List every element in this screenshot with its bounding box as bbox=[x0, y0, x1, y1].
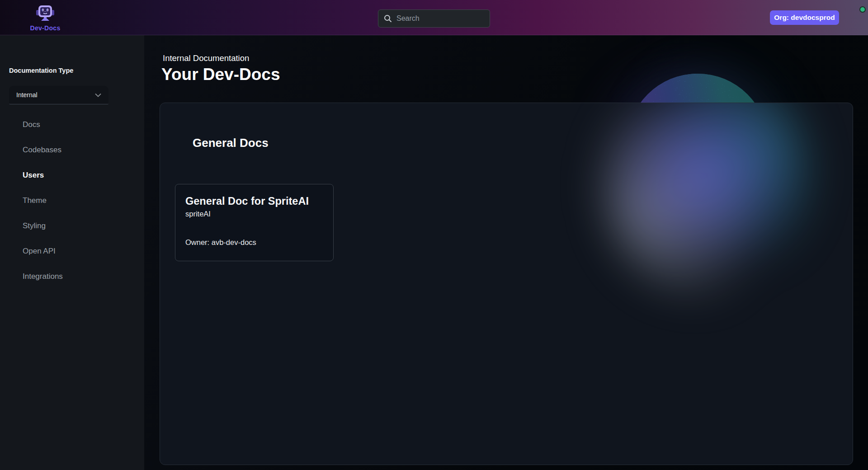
section-title: General Docs bbox=[193, 136, 269, 150]
doc-card-owner: Owner: avb-dev-docs bbox=[185, 238, 323, 247]
search-icon bbox=[384, 14, 392, 23]
logo-wordmark: Dev-Docs bbox=[30, 24, 61, 32]
docs-panel: General Docs General Doc for SpriteAI sp… bbox=[160, 103, 853, 465]
doc-card-subtitle: spriteAI bbox=[185, 210, 323, 218]
doc-type-label: Documentation Type bbox=[9, 67, 73, 74]
doc-type-selected-value: Internal bbox=[16, 91, 38, 99]
sidebar-item-theme[interactable]: Theme bbox=[0, 188, 144, 213]
sidebar: Documentation Type Internal Docs Codebas… bbox=[0, 35, 144, 470]
robot-face: 0_0 bbox=[42, 8, 48, 13]
panel-glow-decoration bbox=[603, 103, 811, 297]
org-button[interactable]: Org: devdocsprod bbox=[770, 10, 839, 25]
sidebar-item-open-api[interactable]: Open API bbox=[0, 239, 144, 264]
org-button-label: Org: devdocsprod bbox=[774, 14, 835, 22]
sidebar-item-codebases[interactable]: Codebases bbox=[0, 137, 144, 163]
search-bar[interactable] bbox=[378, 9, 490, 28]
search-input[interactable] bbox=[396, 14, 490, 23]
topbar: 0_0 Dev-Docs Org: devdocsprod bbox=[0, 0, 868, 35]
page-title: Your Dev-Docs bbox=[161, 65, 280, 84]
sidebar-item-integrations[interactable]: Integrations bbox=[0, 264, 144, 289]
online-status-dot bbox=[859, 6, 866, 13]
sidebar-item-users[interactable]: Users bbox=[0, 163, 144, 188]
sidebar-item-docs[interactable]: Docs bbox=[0, 112, 144, 137]
page-eyebrow: Internal Documentation bbox=[163, 53, 249, 63]
app-logo[interactable]: 0_0 Dev-Docs bbox=[18, 4, 72, 32]
doc-card[interactable]: General Doc for SpriteAI spriteAI Owner:… bbox=[175, 184, 334, 261]
doc-card-title: General Doc for SpriteAI bbox=[185, 195, 323, 207]
chevron-down-icon bbox=[95, 93, 101, 97]
sidebar-nav: Docs Codebases Users Theme Styling Open … bbox=[0, 112, 144, 289]
sidebar-item-styling[interactable]: Styling bbox=[0, 213, 144, 239]
robot-icon: 0_0 bbox=[35, 4, 55, 24]
doc-type-select[interactable]: Internal bbox=[9, 86, 108, 104]
